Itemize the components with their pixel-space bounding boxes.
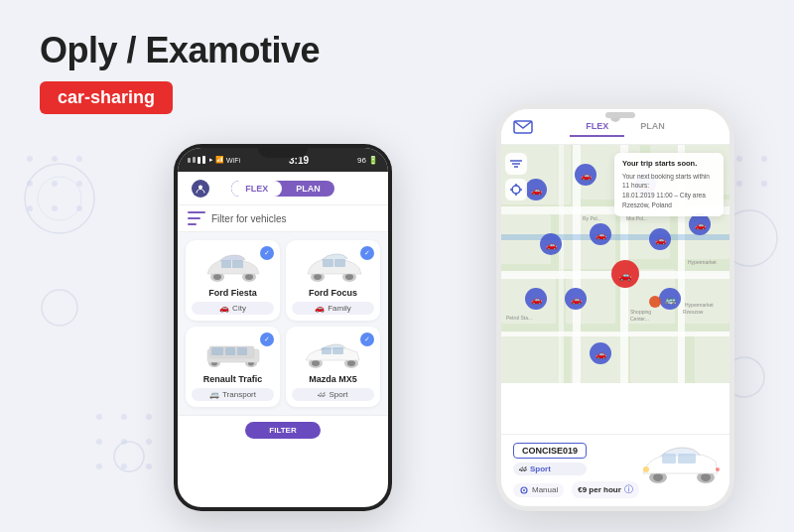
car-card-mazda[interactable]: ✓ Mazda MX5 🏎 Spor [286, 327, 380, 407]
nav-tabs: FLEX PLAN [231, 181, 334, 197]
bottom-car-image [638, 444, 718, 475]
svg-point-23 [146, 414, 152, 420]
svg-point-7 [52, 156, 58, 162]
car-image-focus [299, 248, 368, 284]
svg-point-28 [121, 464, 127, 469]
right-tab-plan[interactable]: PLAN [624, 117, 681, 137]
car-icon-trafic: 🚐 [209, 390, 219, 399]
map-area[interactable]: Ry Pol... Mor.Pol... Shopping Center... … [501, 145, 729, 383]
svg-text:🚗: 🚗 [546, 239, 558, 251]
trip-notify-body: Your next booking starts within 11 hours… [622, 172, 716, 210]
price-label: €9 per hour [578, 485, 621, 494]
car-card-trafic[interactable]: ✓ Renault Trafic [186, 327, 280, 407]
car-card-focus[interactable]: ✓ Ford Focus 🚗 Fam [286, 240, 380, 321]
svg-text:Center...: Center... [630, 316, 649, 322]
car-image-mazda [299, 334, 368, 370]
svg-rect-51 [237, 347, 247, 355]
svg-rect-73 [630, 332, 685, 383]
svg-point-2 [42, 290, 77, 326]
svg-point-13 [52, 205, 58, 211]
svg-text:🚗: 🚗 [618, 268, 632, 282]
svg-rect-56 [322, 347, 331, 354]
status-icons: ▸ 📶 WiFi [188, 156, 240, 164]
svg-rect-77 [501, 332, 729, 336]
car-info-row: Manual €9 per hour ⓘ [513, 481, 718, 498]
svg-text:🚗: 🚗 [655, 234, 667, 246]
svg-rect-74 [695, 332, 729, 383]
trip-notify-title: Your trip starts soon. [622, 159, 716, 170]
filter-bar[interactable]: Filter for vehicles [178, 205, 388, 232]
svg-point-125 [653, 473, 663, 481]
svg-text:🚗: 🚗 [596, 229, 607, 241]
car-type-mazda: 🏎 Sport [292, 388, 374, 401]
svg-point-53 [312, 360, 320, 366]
svg-point-21 [96, 414, 102, 420]
info-icon[interactable]: ⓘ [624, 483, 633, 496]
car-icon-focus: 🚗 [315, 304, 325, 313]
header: Oply / Examotive car-sharing [40, 30, 320, 114]
car-image-trafic [198, 334, 268, 370]
svg-point-26 [146, 439, 152, 445]
check-badge-fiesta: ✓ [260, 246, 274, 260]
transmission-chip: Manual [513, 483, 564, 497]
svg-rect-57 [332, 347, 343, 354]
app-title: Oply / Examotive [40, 30, 320, 71]
svg-rect-129 [678, 454, 696, 464]
svg-point-14 [76, 205, 82, 211]
car-icon-fiesta: 🚗 [219, 304, 229, 313]
svg-rect-50 [225, 347, 235, 355]
svg-point-9 [27, 181, 33, 187]
svg-point-0 [25, 164, 94, 233]
car-type-fiesta: 🚗 City [192, 302, 274, 315]
car-details-left: CONCISE019 🏎 Sport [513, 443, 587, 475]
svg-point-115 [649, 296, 661, 308]
svg-point-55 [347, 360, 355, 366]
svg-point-10 [52, 181, 58, 187]
car-name-mazda: Mazda MX5 [309, 374, 357, 384]
tab-plan[interactable]: PLAN [282, 181, 334, 197]
svg-text:Mor.Pol...: Mor.Pol... [626, 215, 647, 221]
car-type-label: Sport [530, 465, 551, 473]
license-plate: CONCISE019 [513, 443, 587, 459]
transmission-label: Manual [532, 485, 558, 494]
filter-button[interactable]: FILTER [245, 422, 320, 439]
svg-text:Ry Pol...: Ry Pol... [583, 215, 601, 221]
svg-point-34 [245, 274, 253, 280]
svg-text:Hypermarket: Hypermarket [685, 302, 714, 308]
svg-point-119 [512, 186, 520, 194]
map-controls [505, 153, 527, 200]
svg-text:Petrol Sta...: Petrol Sta... [506, 315, 532, 321]
svg-text:🚗: 🚗 [596, 348, 607, 360]
svg-point-38 [314, 274, 322, 280]
svg-point-29 [146, 464, 152, 469]
svg-text:Rzeszow: Rzeszow [683, 309, 704, 315]
svg-point-127 [701, 473, 711, 481]
car-type-chip: 🏎 Sport [513, 463, 587, 475]
svg-rect-70 [685, 274, 729, 324]
filter-icon [188, 211, 205, 225]
svg-rect-71 [501, 333, 561, 383]
svg-point-40 [345, 274, 353, 280]
filter-control-icon[interactable] [505, 153, 527, 175]
svg-point-6 [27, 156, 33, 162]
car-type-trafic: 🚐 Transport [192, 388, 274, 401]
svg-point-27 [96, 464, 102, 469]
car-card-fiesta[interactable]: ✓ Ford Fiesta 🚗 Ci [186, 240, 280, 321]
car-name-trafic: Renault Trafic [203, 374, 263, 384]
svg-text:🚗: 🚗 [695, 219, 707, 231]
svg-text:🚌: 🚌 [665, 294, 677, 306]
right-nav-tabs: FLEX PLAN [533, 117, 718, 137]
svg-text:🚗: 🚗 [531, 185, 543, 197]
filter-bottom-bar: FILTER [178, 415, 388, 445]
car-type-focus: 🚗 Family [292, 302, 374, 315]
user-avatar[interactable] [192, 180, 209, 198]
location-control-icon[interactable] [505, 179, 527, 200]
svg-rect-82 [501, 234, 729, 240]
svg-point-16 [736, 156, 742, 162]
svg-rect-36 [232, 260, 243, 268]
envelope-icon [513, 120, 533, 134]
tab-flex[interactable]: FLEX [231, 181, 282, 197]
battery-icon: 96 🔋 [357, 156, 378, 165]
svg-point-32 [213, 274, 221, 280]
svg-point-8 [76, 156, 82, 162]
